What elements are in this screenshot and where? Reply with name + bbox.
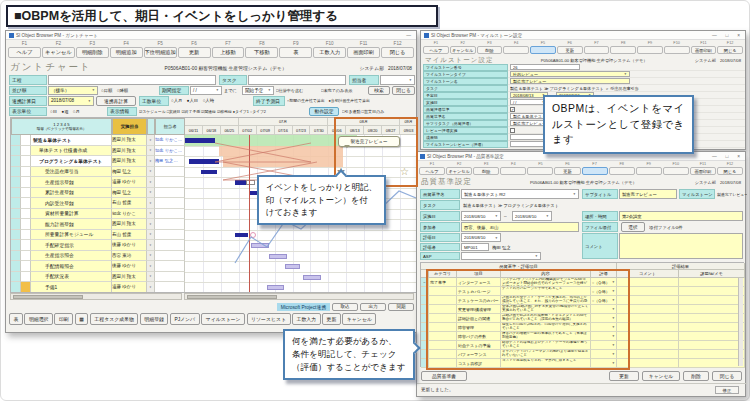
sort-order-radios[interactable]: ○昇順 ○降順 [101,86,157,96]
task-input[interactable] [248,75,346,85]
participants-input[interactable]: 西宮、後藤、石山 [461,222,579,232]
toolbar-button[interactable]: 削除 [473,167,499,175]
assignee-dropdown-icon[interactable]: ▼ [147,261,155,272]
member-cell[interactable] [155,282,185,293]
task-name-cell[interactable]: 予備1 [31,282,112,293]
member-link[interactable]: 知念 りかこ… [155,148,182,153]
file-select-button[interactable]: 選択 [621,222,645,232]
task-name-cell[interactable]: 所要量計算モジュール [31,230,112,241]
window-controls[interactable]: — [406,33,413,38]
assignee-dropdown-icon[interactable]: ▼ [147,188,155,199]
task-name-cell[interactable]: 資材所要量計算 [31,209,112,220]
toolbar-button[interactable]: 明細追加 [110,47,143,58]
toolbar-button[interactable] [582,167,608,175]
assignee-dropdown-icon[interactable]: ▼ [147,282,155,293]
import-button[interactable]: 取込 [332,303,358,311]
task-name-cell[interactable]: 受注品在庫引当 [31,167,112,178]
task-name-cell[interactable]: 能力計画登録 [31,219,112,230]
task-name-cell[interactable]: 手配状況表 [31,272,112,283]
sort-select[interactable]: （標準） [48,86,98,96]
assignee-cell[interactable]: 遠藤 ゆかり [112,282,147,293]
toolbar-button[interactable] [664,46,690,54]
comment-textarea[interactable] [619,233,743,259]
display-info-checkboxes[interactable]: ☑スケジュール □実績日 ☑終了予測 ☑関連線 ☑稼働線 ●タイプ1 ○タイプ2 [139,107,307,117]
toolbar-button[interactable]: キャンセル [42,47,75,58]
member-cell[interactable] [155,240,185,251]
assignee-cell[interactable]: 恩田川 翔太 [112,156,147,167]
assignee-dropdown-icon[interactable]: ▼ [147,177,155,188]
toolbar-button[interactable] [636,167,662,175]
member-cell[interactable] [155,198,185,209]
checkbox[interactable]: ✓ [510,107,515,112]
toolbar-button[interactable]: 更新 [178,47,211,58]
scrollbar-thumb[interactable] [187,295,277,299]
asp-select[interactable] [461,252,541,260]
member-cell[interactable] [155,261,185,272]
toolbar-button[interactable]: 下位明細追加 [144,47,177,58]
footer-button[interactable]: 印刷 [54,313,73,325]
assignee-dropdown-icon[interactable]: ▼ [147,198,155,209]
toolbar-button[interactable]: 画面印刷 [347,47,380,58]
toolbar-button[interactable]: 閉じる [717,167,743,175]
toolbar-button[interactable]: 下移動 [245,47,278,58]
assignee-cell[interactable]: 遠藤 ゆかり [112,177,147,188]
window-controls[interactable]: — □ × [712,32,742,38]
toolbar-button[interactable]: 削除 [477,46,503,54]
assignee-cell[interactable]: 石山 哲康 [112,230,147,241]
assignee-select[interactable] [380,75,415,85]
member-cell[interactable] [155,188,185,199]
assignee-dropdown-icon[interactable]: ▼ [147,251,155,262]
eval-date-input[interactable]: 2018/08/10 [461,233,501,242]
footer-button[interactable]: 更新 [322,313,341,325]
assignee-dropdown-icon[interactable]: ▼ [147,230,155,241]
left-pane-scrollbar[interactable] [10,293,182,300]
assignee-cell[interactable]: 石山 哲康 [112,198,147,209]
grid-header-member[interactable]: 担当者 [155,118,185,135]
start-plan-select[interactable]: 開始予定 [242,86,274,96]
member-cell[interactable]: 知念 りかこ… [155,146,185,157]
member-cell[interactable] [155,251,185,262]
exec-date-to[interactable]: 2018/08/10 [512,211,552,221]
assignee-cell[interactable]: 梅田 弘之 [112,167,147,178]
assignee-dropdown-icon[interactable]: ▼ [147,240,155,251]
task-name-cell[interactable]: 単体テスト仕様書作成 [31,146,112,157]
milestone-titlebar[interactable]: SI Object Browser PM - マイルストーン設定 — □ × [421,31,745,40]
footer-button[interactable]: ▦ [75,313,89,325]
task-name-cell[interactable]: 内訳受注登録 [31,198,112,209]
footer-button[interactable]: 明細選択 [24,313,53,325]
member-link[interactable]: 梅田 弘之… [155,158,178,163]
toolbar-button[interactable]: キャンセル [450,46,476,54]
task-name-cell[interactable]: 生産指示照会 [31,251,112,262]
display-unit-radios[interactable]: ○日 ●週 ○月 [50,107,105,117]
assignee-cell[interactable]: 知念 りかこ [112,209,147,220]
subtitle-input[interactable]: 製造完了レビュー [619,189,677,199]
update-button[interactable]: 更新 [609,371,639,381]
assignee-cell[interactable]: 恩田川 翔太 [112,219,147,230]
close-button[interactable]: 閉じる [712,371,742,381]
sync-button[interactable]: 同期 [388,303,414,311]
exec-date-from[interactable]: 2018/08/10 [461,211,501,221]
period-date-input[interactable]: / / [190,86,222,96]
toolbar-button[interactable] [637,46,663,54]
toolbar-button[interactable]: 画面印刷 [690,167,716,175]
toolbar-button[interactable]: 閉じる [381,47,414,58]
grid-header-assignee[interactable]: 実施担当 [112,118,147,135]
toolbar-button[interactable] [610,46,636,54]
toolbar-button[interactable]: 更新 [554,167,580,175]
footer-button[interactable]: 明細登録 [140,313,169,325]
toolbar-button[interactable]: 明細削除 [76,47,109,58]
member-cell[interactable] [155,209,185,220]
member-cell[interactable] [155,167,185,178]
forecast-radios[interactable]: ○期間の生産性で算出 ●当初計画生産性で算出 [287,96,415,106]
toolbar-button[interactable]: ヘルプ [423,46,449,54]
toolbar-button[interactable] [663,167,689,175]
window-controls[interactable]: — □ × [712,153,742,159]
member-cell[interactable] [155,230,185,241]
grid-header-hierarchy[interactable]: 1 2 3 4 5階層（行クリックで階層表示） [11,118,112,135]
toolbar-button[interactable]: キャンセル [446,167,472,175]
extra-checkboxes[interactable]: □引き連動 □営業日のみ [342,107,414,117]
table-vertical-scrollbar[interactable] [738,278,743,366]
footer-button[interactable]: キャンセル [342,313,376,325]
footer-button[interactable]: マイルストーン [201,313,245,325]
toolbar-button[interactable]: 画面印刷 [691,46,717,54]
